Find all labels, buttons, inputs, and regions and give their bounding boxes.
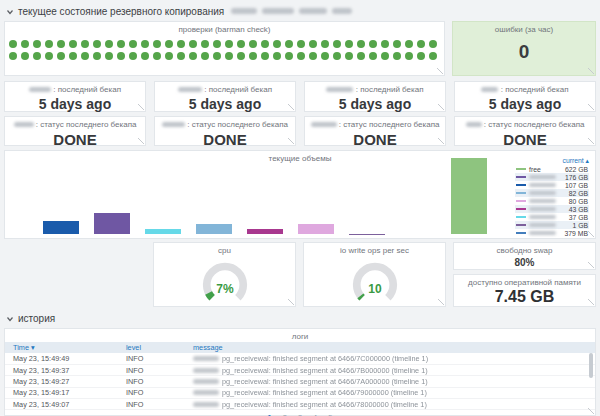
redacted-series-name[interactable] (529, 183, 556, 187)
redacted-series-name[interactable] (529, 223, 556, 227)
panel-title-text: : статус последнего бекапа (34, 120, 137, 129)
panel-title[interactable]: : последний бекап (455, 82, 595, 95)
check-status-dot (57, 52, 65, 60)
panel-title[interactable]: io write ops per sec (304, 243, 445, 256)
legend-row: 379 MB (515, 229, 589, 237)
column-header-message[interactable]: message (185, 342, 595, 353)
section-header-current-state[interactable]: текущее состояние резервного копирования (6, 4, 596, 18)
redacted-series-name[interactable] (529, 231, 556, 235)
check-status-dot (81, 52, 89, 60)
chevron-down-icon (6, 309, 14, 327)
panel-title[interactable]: cpu (154, 243, 295, 256)
check-status-dot (177, 40, 185, 48)
check-status-dot (45, 52, 53, 60)
stat-value: DONE (155, 131, 295, 148)
panel-title[interactable]: : статус последнего бекапа (155, 117, 295, 130)
panel-io-gauge: io write ops per sec 10 (303, 242, 446, 307)
check-status-dot (105, 40, 113, 48)
redacted-host-name (193, 356, 219, 361)
log-message: pg_receivewal: finished segment at 6466/… (185, 376, 595, 387)
table-row: May 23, 15:49:17INFOpg_receivewal: finis… (5, 387, 595, 398)
legend-series-dash (516, 168, 526, 170)
panel-title[interactable]: доступно оперативной памяти (454, 275, 595, 288)
panel-backup-status-1: : статус последнего бекапаDONE (4, 116, 146, 146)
ram-value: 7.45 GB (454, 288, 595, 306)
check-status-dot (261, 52, 269, 60)
panel-backup-status-3: : статус последнего бекапаDONE (304, 116, 446, 146)
io-gauge-value: 10 (368, 282, 382, 296)
redacted-host-name (326, 87, 353, 92)
check-status-dot (69, 40, 77, 48)
panel-title[interactable]: : последний бекап (155, 82, 295, 95)
legend-series-dash (516, 192, 526, 194)
panel-last-backup-3: : последний бекап5 days ago (304, 81, 446, 112)
legend-series-dash (516, 216, 526, 218)
table-row: May 23, 15:49:27INFOpg_receivewal: finis… (5, 376, 595, 387)
redacted-host-name (14, 122, 34, 127)
redacted-series-name[interactable] (529, 215, 556, 219)
check-status-dot (81, 40, 89, 48)
panel-current-volumes: текущие объемы current ▴ free622 GB176 G… (4, 150, 596, 239)
table-row: May 23, 15:49:49INFOpg_receivewal: finis… (5, 353, 595, 364)
legend-series-value: 622 GB (565, 166, 588, 173)
panel-title[interactable]: ошибки (за час) (453, 22, 595, 35)
panel-title-text: : статус последнего бекапа (337, 120, 440, 129)
panel-title[interactable]: : статус последнего бекапа (455, 117, 595, 130)
check-status-dot (309, 52, 317, 60)
volume-bar-1 (43, 221, 79, 234)
redacted-host-name (178, 87, 202, 92)
panel-title[interactable]: : статус последнего бекапа (5, 117, 145, 130)
check-status-dot (225, 52, 233, 60)
legend-sort-header[interactable]: current ▴ (515, 157, 589, 165)
panel-title[interactable]: логи (5, 329, 595, 342)
check-status-dot (417, 52, 425, 60)
check-status-dot (105, 52, 113, 60)
stat-value: 5 days ago (305, 96, 445, 112)
volume-bar-2 (94, 213, 130, 235)
check-status-dot (357, 40, 365, 48)
check-status-dot (9, 40, 17, 48)
log-time: May 23, 15:49:07 (5, 399, 118, 410)
column-header-time[interactable]: Time ▾ (5, 342, 118, 353)
legend-series-dash (516, 200, 526, 202)
panel-title[interactable]: : последний бекап (5, 82, 145, 95)
legend-row: free622 GB (515, 165, 589, 173)
stat-value: DONE (455, 131, 595, 148)
panel-title[interactable]: : статус последнего бекапа (305, 117, 445, 130)
panel-title-text: : последний бекап (202, 85, 272, 94)
empty-grid-cell (4, 242, 146, 307)
check-status-dot (285, 40, 293, 48)
check-status-dot (249, 52, 257, 60)
legend-series-value: 1 GB (573, 222, 589, 229)
panel-title[interactable]: свободно swap (454, 243, 595, 256)
panel-title[interactable]: проверки (barman check) (5, 22, 444, 35)
stat-value: DONE (5, 131, 145, 148)
panel-title-text: : последний бекап (353, 85, 423, 94)
check-status-dot (381, 40, 389, 48)
table-row: May 23, 15:49:07INFOpg_receivewal: finis… (5, 399, 595, 410)
redacted-series-name[interactable] (529, 191, 556, 195)
panel-title-text: : статус последнего бекапа (482, 120, 585, 129)
legend-series-value: 37 GB (569, 214, 588, 221)
check-status-dot (297, 52, 305, 60)
check-dots-grid (5, 35, 444, 60)
check-status-dot (369, 40, 377, 48)
volume-bar-5 (247, 229, 283, 234)
check-status-dot (381, 52, 389, 60)
section-header-history[interactable]: история (6, 311, 596, 325)
log-message: pg_receivewal: finished segment at 6466/… (185, 399, 595, 410)
panel-title[interactable]: : последний бекап (305, 82, 445, 95)
redacted-series-name[interactable] (529, 199, 556, 203)
column-header-level[interactable]: level (118, 342, 185, 353)
legend-series-label[interactable]: free (529, 166, 541, 173)
check-status-dot (309, 40, 317, 48)
legend-row: 37 GB (515, 213, 589, 221)
check-status-dot (237, 40, 245, 48)
panel-title-text: : статус последнего бекапа (185, 120, 288, 129)
log-message-text: pg_receivewal: finished segment at 6466/… (222, 366, 428, 375)
table-scrollbar[interactable] (589, 353, 593, 378)
redacted-series-name[interactable] (529, 175, 556, 179)
redacted-series-name[interactable] (529, 207, 556, 211)
check-status-dot (297, 40, 305, 48)
legend-series-value: 82 GB (569, 190, 588, 197)
